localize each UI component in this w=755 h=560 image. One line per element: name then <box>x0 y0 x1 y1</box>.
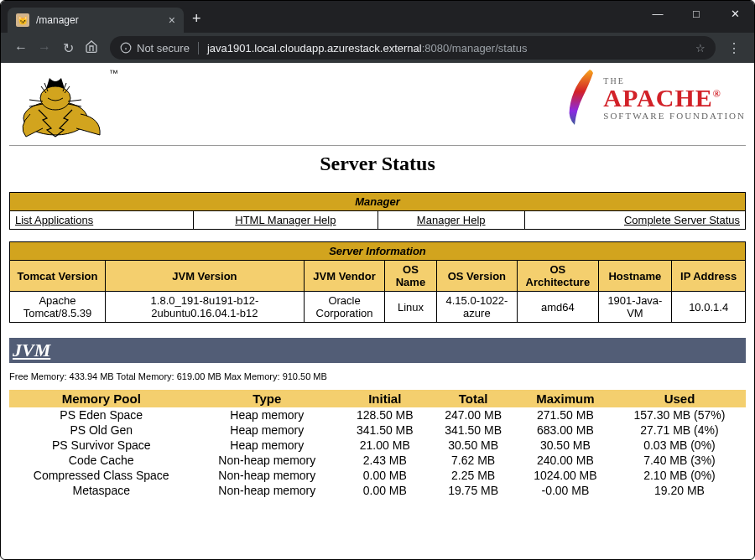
val-os-name: Linux <box>385 292 436 323</box>
memory-pool-cell: 0.00 MB <box>341 483 429 498</box>
memory-pool-cell: Compressed Class Space <box>9 468 194 483</box>
tomcat-logo: ™ <box>9 68 118 143</box>
memory-pool-cell: 30.50 MB <box>518 438 613 453</box>
memory-pool-header-row: Memory Pool Type Initial Total Maximum U… <box>9 390 746 407</box>
val-tomcat-version: Apache Tomcat/8.5.39 <box>10 292 106 323</box>
memory-pool-cell: 341.50 MB <box>429 423 517 438</box>
manager-section-heading: Manager <box>10 193 746 211</box>
memory-pool-cell: 1024.00 MB <box>518 468 613 483</box>
val-os-arch: amd64 <box>518 292 598 323</box>
col-ip: IP Address <box>672 261 746 292</box>
val-hostname: 1901-Java-VM <box>598 292 672 323</box>
page-title: Server Status <box>9 153 746 175</box>
security-label: Not secure <box>137 42 190 54</box>
col-os-arch: OS Architecture <box>518 261 598 292</box>
page-content: ™ THE APACHE® SOFTWARE FOUNDATION Server… <box>1 63 754 560</box>
manager-help-link[interactable]: Manager Help <box>417 214 486 226</box>
server-info-header-row: Tomcat Version JVM Version JVM Vendor OS… <box>10 261 746 292</box>
col-os-name: OS Name <box>385 261 436 292</box>
nav-forward-button[interactable]: → <box>33 40 56 55</box>
val-jvm-version: 1.8.0_191-8u191-b12-2ubuntu0.16.04.1-b12 <box>106 292 305 323</box>
col-maximum: Maximum <box>518 390 613 407</box>
tab-title: /manager <box>36 14 162 26</box>
new-tab-button[interactable]: + <box>192 10 201 28</box>
memory-pool-cell: 7.40 MB (3%) <box>613 453 746 468</box>
info-icon <box>120 42 132 54</box>
memory-pool-cell: Heap memory <box>194 407 341 423</box>
col-hostname: Hostname <box>598 261 672 292</box>
memory-pool-cell: Heap memory <box>194 438 341 453</box>
logo-row: ™ THE APACHE® SOFTWARE FOUNDATION <box>9 68 746 143</box>
memory-pool-cell: 683.00 MB <box>518 423 613 438</box>
window-controls: — □ ✕ <box>638 1 754 26</box>
security-indicator[interactable]: Not secure <box>120 42 199 54</box>
col-os-version: OS Version <box>436 261 517 292</box>
tab-strip: 🐱 /manager × + <box>1 1 201 33</box>
apache-logo: THE APACHE® SOFTWARE FOUNDATION <box>565 68 746 128</box>
val-os-version: 4.15.0-1022-azure <box>436 292 517 323</box>
memory-pool-cell: 0.03 MB (0%) <box>613 438 746 453</box>
memory-pool-row: PS Old GenHeap memory341.50 MB341.50 MB6… <box>9 423 746 438</box>
window-close-button[interactable]: ✕ <box>716 1 754 26</box>
server-info-data-row: Apache Tomcat/8.5.39 1.8.0_191-8u191-b12… <box>10 292 746 323</box>
bookmark-star-icon[interactable]: ☆ <box>695 42 706 54</box>
memory-pool-cell: 19.20 MB <box>613 483 746 498</box>
nav-home-button[interactable] <box>80 39 103 56</box>
home-icon <box>85 39 98 53</box>
memory-pool-cell: Non-heap memory <box>194 453 341 468</box>
memory-pool-cell: PS Eden Space <box>9 407 194 423</box>
server-info-table: Server Information Tomcat Version JVM Ve… <box>9 241 746 323</box>
memory-pool-cell: 128.50 MB <box>341 407 429 423</box>
memory-pool-row: Code CacheNon-heap memory2.43 MB7.62 MB2… <box>9 453 746 468</box>
html-manager-help-link[interactable]: HTML Manager Help <box>235 214 336 226</box>
memory-pool-cell: -0.00 MB <box>518 483 613 498</box>
memory-pool-row: PS Eden SpaceHeap memory128.50 MB247.00 … <box>9 407 746 423</box>
memory-pool-cell: Metaspace <box>9 483 194 498</box>
col-used: Used <box>613 390 746 407</box>
manager-links-table: Manager List Applications HTML Manager H… <box>9 192 746 230</box>
tab-close-icon[interactable]: × <box>169 13 175 27</box>
memory-pool-cell: 2.25 MB <box>429 468 517 483</box>
feather-icon <box>565 68 596 128</box>
jvm-memory-summary: Free Memory: 433.94 MB Total Memory: 619… <box>9 371 746 381</box>
memory-pool-cell: PS Survivor Space <box>9 438 194 453</box>
header-separator <box>9 145 746 146</box>
memory-pool-cell: 21.00 MB <box>341 438 429 453</box>
col-initial: Initial <box>341 390 429 407</box>
memory-pool-cell: PS Old Gen <box>9 423 194 438</box>
server-info-heading: Server Information <box>10 242 746 261</box>
window-minimize-button[interactable]: — <box>638 1 677 26</box>
jvm-section-heading: JVM <box>9 338 746 363</box>
tab-favicon-icon: 🐱 <box>16 13 29 27</box>
complete-server-status-link[interactable]: Complete Server Status <box>624 214 740 226</box>
col-jvm-vendor: JVM Vendor <box>304 261 384 292</box>
memory-pool-row: MetaspaceNon-heap memory0.00 MB19.75 MB-… <box>9 483 746 498</box>
window-maximize-button[interactable]: □ <box>677 1 716 26</box>
memory-pool-row: Compressed Class SpaceNon-heap memory0.0… <box>9 468 746 483</box>
url-path: :8080/manager/status <box>422 42 528 54</box>
col-tomcat-version: Tomcat Version <box>10 261 106 292</box>
memory-pool-cell: 0.00 MB <box>341 468 429 483</box>
trademark-symbol: ™ <box>109 68 118 78</box>
url-input[interactable]: Not secure java1901.local.cloudapp.azure… <box>110 36 716 60</box>
memory-pool-cell: 157.30 MB (57%) <box>613 407 746 423</box>
browser-menu-button[interactable]: ⋮ <box>722 40 746 56</box>
apache-foundation: SOFTWARE FOUNDATION <box>603 111 746 121</box>
memory-pool-cell: 2.10 MB (0%) <box>613 468 746 483</box>
memory-pool-cell: 27.71 MB (4%) <box>613 423 746 438</box>
svg-point-4 <box>40 86 70 110</box>
tomcat-icon <box>9 68 118 143</box>
memory-pool-cell: 271.50 MB <box>518 407 613 423</box>
list-applications-link[interactable]: List Applications <box>15 214 93 226</box>
browser-tab[interactable]: 🐱 /manager × <box>8 8 184 33</box>
nav-reload-button[interactable]: ↻ <box>56 40 80 56</box>
memory-pool-cell: 341.50 MB <box>341 423 429 438</box>
memory-pool-cell: 7.62 MB <box>429 453 517 468</box>
memory-pool-cell: Code Cache <box>9 453 194 468</box>
val-ip: 10.0.1.4 <box>672 292 746 323</box>
nav-back-button[interactable]: ← <box>9 40 33 55</box>
memory-pool-row: PS Survivor SpaceHeap memory21.00 MB30.5… <box>9 438 746 453</box>
memory-pool-cell: 30.50 MB <box>429 438 517 453</box>
memory-pool-cell: Non-heap memory <box>194 468 341 483</box>
col-total: Total <box>429 390 517 407</box>
